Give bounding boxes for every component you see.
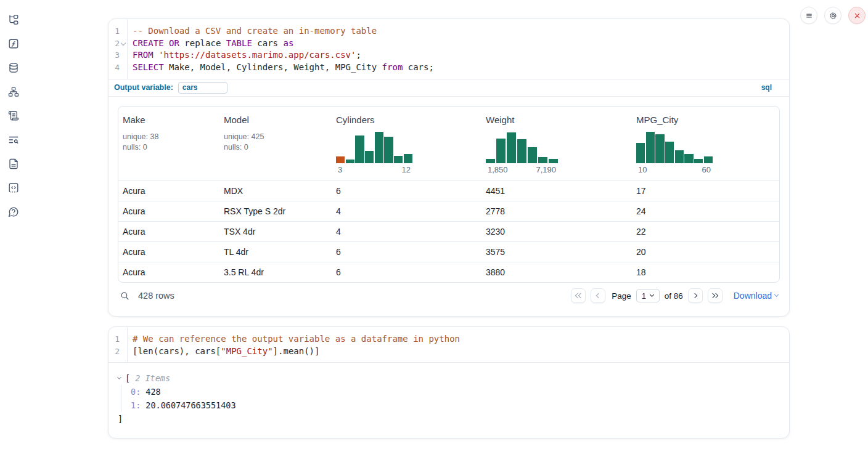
table-cell: Acura: [118, 227, 219, 237]
table-cell: 24: [632, 206, 779, 216]
page-select[interactable]: 1: [636, 289, 660, 302]
gear-icon: [829, 11, 838, 20]
document-icon: [8, 158, 19, 169]
table-cell: 3575: [481, 247, 632, 257]
table-cell: RSX Type S 2dr: [219, 206, 332, 216]
histogram-bar: [355, 136, 364, 163]
table-cell: 3.5 RL 4dr: [219, 267, 332, 277]
close-icon: [853, 11, 862, 20]
entry-key: 1:: [131, 400, 141, 410]
help-chat-icon: [8, 206, 19, 217]
sidebar-item-snippets[interactable]: [7, 182, 20, 194]
sidebar-item-datasources[interactable]: [7, 62, 20, 74]
download-button[interactable]: Download: [734, 291, 778, 301]
column-header-model: Model unique: 425 nulls: 0: [219, 107, 332, 180]
table-row: AcuraMDX6445117: [118, 180, 779, 201]
code-line: 1# We can reference the output variable …: [108, 333, 789, 346]
settings-button[interactable]: [824, 7, 841, 24]
column-name[interactable]: Model: [224, 115, 332, 125]
code-line: 2CREATE OR replace TABLE cars as: [108, 38, 789, 50]
python-code-editor[interactable]: 1# We can reference the output variable …: [108, 327, 789, 362]
table-cell: 17: [632, 186, 779, 196]
histogram-bar: [375, 132, 383, 163]
entry-value: 20.060747663551403: [145, 400, 235, 410]
table-row: AcuraTSX 4dr4323022: [118, 221, 779, 241]
tree-entries: 0:428 1:20.060747663551403: [121, 385, 780, 412]
histogram-bar: [517, 139, 526, 163]
column-name[interactable]: Weight: [486, 115, 632, 125]
histogram-bar: [675, 150, 684, 163]
sidebar-item-help[interactable]: [7, 206, 20, 218]
output-variable-input[interactable]: [178, 82, 227, 94]
last-page-button[interactable]: [708, 288, 723, 303]
chevron-down-icon: [650, 293, 654, 297]
table-cell: 4: [332, 227, 481, 237]
column-name[interactable]: Make: [123, 115, 219, 125]
output-variable-label: Output variable:: [114, 83, 173, 92]
table-cell: Acura: [118, 206, 219, 216]
table-cell: Acura: [118, 267, 219, 277]
topbar-actions: [800, 7, 866, 24]
hist-min-label: 3: [338, 165, 342, 174]
sidebar-item-documentation[interactable]: [7, 158, 20, 170]
column-header-weight: Weight 1,850 7,190: [481, 107, 632, 180]
histogram-bar: [646, 132, 655, 163]
table-row: Acura3.5 RL 4dr6388018: [118, 262, 779, 282]
histogram-bar: [538, 157, 547, 163]
language-badge: sql: [761, 83, 772, 92]
sql-cell: 1-- Download a CSV and create an in-memo…: [108, 18, 790, 317]
column-summary: unique: 38 nulls: 0: [123, 132, 219, 153]
python-cell: 1# We can reference the output variable …: [108, 326, 790, 439]
previous-page-button[interactable]: [591, 288, 605, 303]
histogram-bar: [704, 156, 713, 163]
column-name[interactable]: Cylinders: [336, 115, 481, 125]
tree-entry: 1:20.060747663551403: [131, 398, 780, 412]
menu-icon: [805, 11, 814, 20]
hist-max-label: 12: [402, 165, 411, 174]
nulls-count: nulls: 0: [224, 142, 332, 153]
code-line: 2[len(cars), cars["MPG_City"].mean()]: [108, 346, 789, 358]
histogram-bar: [394, 156, 403, 163]
column-summary: unique: 425 nulls: 0: [224, 132, 332, 153]
sql-code-editor[interactable]: 1-- Download a CSV and create an in-memo…: [108, 19, 789, 79]
notebook-menu-button[interactable]: [800, 7, 817, 24]
database-icon: [8, 62, 19, 73]
table-cell: Acura: [118, 186, 219, 196]
chevron-down-icon: [774, 293, 779, 297]
data-table: Make unique: 38 nulls: 0 Model unique: 4…: [118, 106, 780, 283]
histogram-bar: [636, 143, 645, 163]
dependency-graph-icon: [8, 86, 19, 97]
first-page-button[interactable]: [571, 288, 586, 303]
hist-max-label: 60: [702, 165, 711, 174]
next-page-button[interactable]: [688, 288, 703, 303]
snippets-icon: [8, 182, 19, 193]
histogram-bar: [486, 159, 495, 163]
table-row: AcuraTL 4dr6357520: [118, 241, 779, 262]
sidebar-item-dependency-graph[interactable]: [7, 86, 20, 98]
histogram-bar: [694, 159, 703, 163]
shutdown-button[interactable]: [848, 7, 866, 24]
unique-count: unique: 425: [224, 132, 332, 142]
tree-collapse-toggle[interactable]: [118, 378, 125, 379]
table-cell: 2778: [481, 206, 632, 216]
column-name[interactable]: MPG_City: [636, 115, 779, 125]
output-variable-bar: Output variable: sql: [108, 79, 789, 96]
column-header-mpg-city: MPG_City 10 60: [632, 107, 779, 180]
histogram-bar: [528, 147, 537, 163]
table-cell: TSX 4dr: [219, 227, 332, 237]
histogram-bar: [336, 156, 345, 163]
code-line: 1-- Download a CSV and create an in-memo…: [108, 25, 789, 38]
search-icon[interactable]: [120, 291, 130, 301]
table-cell: 6: [332, 186, 481, 196]
table-cell: 3880: [481, 267, 632, 277]
entry-key: 0:: [131, 387, 141, 397]
items-count-label: 2 Items: [135, 371, 170, 385]
sidebar-item-variables[interactable]: [7, 38, 20, 50]
sidebar-item-scratchpad[interactable]: [7, 110, 20, 122]
entry-value: 428: [145, 387, 160, 397]
histogram-bar: [665, 142, 674, 163]
open-bracket: [: [125, 371, 130, 385]
table-cell: 18: [632, 267, 779, 277]
sidebar-item-logs[interactable]: [7, 134, 20, 146]
sidebar-item-file-explorer[interactable]: [7, 14, 20, 26]
